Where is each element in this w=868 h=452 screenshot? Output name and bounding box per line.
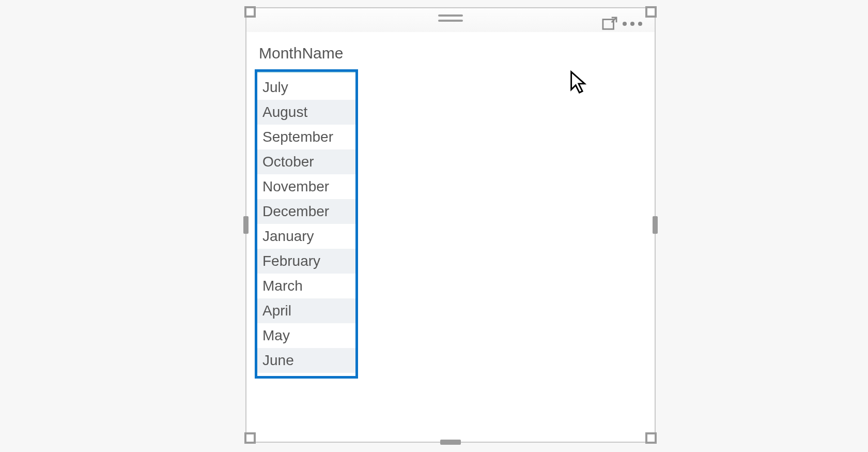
- resize-handle-bottom-left[interactable]: [244, 432, 256, 444]
- column-header-monthname[interactable]: MonthName: [259, 44, 343, 62]
- table-cell[interactable]: July: [257, 75, 355, 100]
- svg-rect-0: [603, 20, 614, 29]
- drag-grip-icon[interactable]: [438, 14, 463, 22]
- table-cell[interactable]: December: [257, 199, 355, 224]
- resize-handle-left[interactable]: [243, 216, 249, 234]
- table-cell[interactable]: October: [257, 149, 355, 174]
- focus-mode-icon[interactable]: [602, 17, 617, 31]
- resize-handle-right[interactable]: [653, 216, 658, 234]
- header-underline: [257, 72, 355, 73]
- table-cell[interactable]: May: [257, 323, 355, 348]
- table-cell[interactable]: August: [257, 100, 355, 125]
- resize-handle-bottom[interactable]: [440, 440, 461, 445]
- resize-handle-bottom-right[interactable]: [645, 432, 657, 444]
- table-cell[interactable]: November: [257, 174, 355, 199]
- resize-handle-top-right[interactable]: [645, 6, 657, 18]
- table-cell[interactable]: April: [257, 298, 355, 323]
- table-cell[interactable]: September: [257, 125, 355, 149]
- table-cell[interactable]: February: [257, 249, 355, 274]
- mouse-cursor-icon: [569, 70, 588, 94]
- table-cell[interactable]: January: [257, 224, 355, 249]
- table-cell[interactable]: June: [257, 348, 355, 373]
- resize-handle-top-left[interactable]: [244, 6, 256, 18]
- highlighted-column-box: July August September October November D…: [255, 69, 358, 379]
- more-options-icon[interactable]: [622, 17, 643, 31]
- table-visual-frame[interactable]: MonthName July August September October …: [245, 7, 656, 443]
- table-cell[interactable]: March: [257, 274, 355, 298]
